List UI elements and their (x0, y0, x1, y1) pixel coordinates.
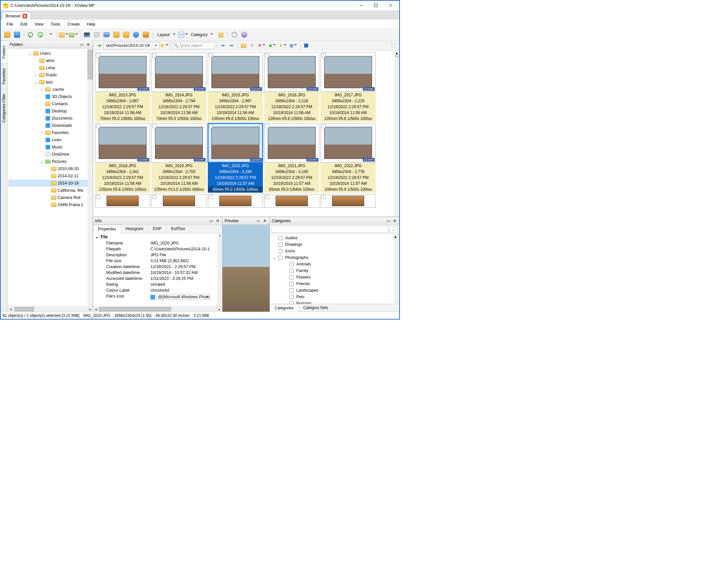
rotate-dropdown[interactable] (46, 30, 55, 39)
filter-button[interactable]: ▼ (278, 41, 287, 50)
expand-icon[interactable]: › (39, 87, 44, 92)
tree-pictures[interactable]: ⌄Pictures (8, 158, 93, 165)
menu-help[interactable]: Help (84, 21, 99, 28)
props-hscrollbar[interactable]: ◂▸ (93, 307, 222, 312)
category-checkbox[interactable] (289, 269, 294, 273)
quick-search-input[interactable]: 🔍Quick search (172, 42, 215, 49)
tree-d2014b[interactable]: 2014-10-19 (8, 180, 93, 187)
menu-view[interactable]: View (31, 21, 47, 28)
minimize-button[interactable] (354, 1, 368, 10)
new-folder-button[interactable] (240, 42, 248, 50)
checkbox-icon[interactable] (265, 53, 269, 57)
maximize-button[interactable] (368, 1, 383, 10)
category-checkbox[interactable] (289, 282, 294, 286)
categories-undock-icon[interactable]: ▭ (386, 218, 391, 223)
category-list[interactable]: AudiosDrawingsIcons⌄PhotographsAnimalsFa… (270, 234, 399, 304)
category-checkbox[interactable] (289, 288, 294, 293)
help-button[interactable]: ? (240, 30, 249, 39)
cat-tab-categories[interactable]: Categories (270, 304, 298, 312)
info-tab-exif[interactable]: EXIF (148, 225, 166, 233)
thumb-item[interactable] (151, 194, 207, 208)
open-dropdown[interactable] (59, 30, 68, 39)
expand-thumbs-button[interactable]: ⛶ (389, 42, 397, 50)
settings-button[interactable] (230, 30, 239, 39)
tree-cache[interactable]: ›.cache (8, 86, 93, 93)
tree-users[interactable]: ⌄Users (8, 50, 93, 57)
tree-lena[interactable]: Lena (8, 64, 93, 72)
expand-icon[interactable]: ⌄ (272, 255, 277, 260)
tree-favorites[interactable]: ›Favorites (8, 129, 93, 136)
undock-icon[interactable]: ▭ (79, 42, 84, 47)
tree-gmm[interactable]: GMM Praha 2 (8, 201, 93, 208)
collapse-icon[interactable]: ⌄ (95, 234, 99, 239)
category-checkbox[interactable] (278, 249, 283, 253)
tree-d2010[interactable]: 2010-08-20 (8, 165, 93, 173)
expand-icon[interactable]: ⌄ (33, 80, 38, 85)
thumb-item[interactable]: EXIFIMG_2016.JPG3456x2304 - 2,21812/18/2… (264, 52, 319, 122)
sidetab-categories-filter[interactable]: Categories Filter (1, 89, 7, 127)
checkbox-icon[interactable] (152, 53, 156, 57)
view-mode-button[interactable]: ▦ (288, 41, 298, 50)
menu-tools[interactable]: Tools (48, 21, 63, 28)
paste-dropdown[interactable] (69, 30, 78, 39)
tree-onedrive[interactable]: OneDrive (8, 151, 93, 158)
favorite-star-button[interactable]: ★ (160, 42, 168, 50)
browser-tab[interactable]: Browser (2, 12, 31, 20)
sort-dropdown[interactable]: 1-5 (179, 30, 188, 39)
category-item[interactable]: Portraits (270, 300, 399, 304)
folder-tree[interactable]: ⌄UsersaliceLena›Public⌄test›.cache3D Obj… (8, 49, 93, 307)
preview-image[interactable] (223, 225, 269, 312)
tree-california[interactable]: California, Ma (8, 187, 93, 194)
category-checkbox[interactable] (278, 242, 283, 247)
thumb-item[interactable]: EXIFIMG_2020.JPG3456x2304 - 3,28412/18/2… (208, 123, 263, 193)
thumb-item[interactable]: EXIFIMG_2019.JPG3456x2304 - 2,70312/18/2… (151, 123, 207, 193)
layout-dropdown[interactable]: Layout (155, 30, 178, 39)
category-item[interactable]: Icons (270, 248, 399, 254)
category-search-more-button[interactable]: … (389, 226, 398, 233)
expand-icon[interactable]: ⌄ (28, 51, 32, 56)
category-item[interactable]: Animals (270, 261, 399, 267)
cat-tab-category-sets[interactable]: Category Sets (298, 304, 333, 312)
category-item[interactable]: Flowers (270, 274, 399, 281)
delete-button[interactable]: ✕ (257, 41, 266, 50)
thumb-item[interactable] (95, 194, 150, 208)
thumb-item[interactable]: EXIFIMG_2021.JPG3456x2304 - 3,10012/18/2… (264, 123, 319, 193)
checkbox-icon[interactable] (321, 53, 326, 57)
thumb-item[interactable]: EXIFIMG_2022.JPG3456x2304 - 2,77812/18/2… (320, 123, 375, 193)
tree-downloads[interactable]: Downloads (8, 122, 93, 129)
rotate-ccw-button[interactable] (26, 30, 35, 39)
category-item[interactable]: Pets (270, 294, 399, 300)
info-undock-icon[interactable]: ▭ (208, 218, 214, 223)
sidetab-favorites[interactable]: Favorites (1, 63, 7, 89)
address-input[interactable]: .test\Pictures\2014-10-19\ (104, 42, 159, 49)
tree-contacts[interactable]: Contacts (8, 100, 93, 107)
nav-forward-green-button[interactable]: ➜ (95, 42, 103, 50)
thumb-item[interactable] (264, 194, 319, 208)
tag-dropdown[interactable]: ◆ (267, 41, 277, 50)
category-checkbox[interactable] (278, 236, 283, 240)
category-item[interactable]: Landscapes (270, 287, 399, 294)
expand-icon[interactable]: › (39, 130, 44, 135)
info-tab-properties[interactable]: Properties (93, 225, 121, 233)
info-tab-exiftool[interactable]: ExifTool (166, 225, 190, 233)
categories-close-icon[interactable]: ✕ (392, 218, 397, 223)
category-item[interactable]: Family (270, 267, 399, 274)
thumbs-scrollbar[interactable]: ▴ (394, 50, 399, 217)
props-scrollbar[interactable]: ▴ (217, 233, 222, 307)
category-checkbox[interactable] (289, 275, 294, 280)
checkbox-icon[interactable] (265, 124, 269, 128)
search-button[interactable] (82, 30, 92, 39)
properties-list[interactable]: ⌄FileFilenameIMG_2020.JPGFilepathC:\User… (93, 233, 222, 307)
capture-button[interactable] (131, 30, 140, 39)
category-checkbox[interactable] (289, 295, 294, 299)
tag-button[interactable] (216, 30, 226, 39)
file-icon-select[interactable]: @{Microsoft.Windows.Photc (156, 294, 210, 300)
tree-3d[interactable]: 3D Objects (8, 93, 93, 100)
tree-public[interactable]: ›Public (8, 72, 93, 79)
expand-icon[interactable]: ⌄ (39, 159, 44, 164)
category-dropdown[interactable]: Category (188, 30, 216, 39)
thumb-item[interactable]: EXIFIMG_2018.JPG3456x2304 - 2,34112/18/2… (95, 123, 150, 193)
tree-music[interactable]: Music (8, 143, 93, 151)
category-item[interactable]: Friends (270, 281, 399, 287)
category-item[interactable]: Audios (270, 235, 399, 241)
